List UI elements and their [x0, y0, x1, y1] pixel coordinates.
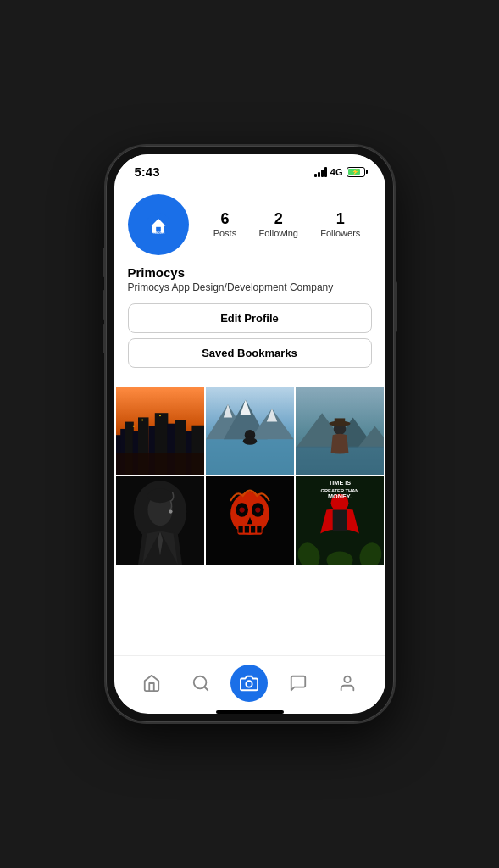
signal-icon [314, 167, 327, 177]
saved-bookmarks-button[interactable]: Saved Bookmarks [128, 338, 372, 368]
nav-home[interactable] [133, 665, 170, 702]
profile-section: PRIMOCYS 6 Posts 2 Following [114, 184, 385, 387]
nav-camera[interactable] [230, 665, 268, 702]
battery-icon: ⚡ [347, 167, 365, 177]
nav-search[interactable] [182, 665, 219, 702]
followers-stat[interactable]: 1 Followers [320, 211, 360, 238]
bottom-nav [114, 655, 385, 707]
chat-icon [289, 674, 308, 693]
grid-item[interactable] [206, 476, 294, 565]
nav-messages[interactable] [280, 665, 317, 702]
grid-item[interactable] [116, 476, 204, 565]
svg-text:PRIMOCYS: PRIMOCYS [152, 231, 164, 235]
following-label: Following [258, 228, 297, 238]
posts-grid: TIME IS GREATER THAN MONEY. [114, 387, 385, 565]
svg-point-72 [344, 676, 350, 682]
svg-text:TIME IS: TIME IS [328, 479, 350, 487]
svg-point-20 [158, 415, 160, 416]
svg-point-43 [147, 489, 172, 504]
profile-bio: Primocys App Design/Development Company [128, 281, 372, 293]
search-icon [191, 674, 210, 693]
followers-label: Followers [320, 228, 360, 238]
following-count: 2 [274, 211, 283, 226]
svg-rect-31 [245, 436, 253, 442]
grid-item[interactable]: TIME IS GREATER THAN MONEY. [296, 476, 384, 565]
svg-point-58 [239, 507, 244, 512]
grid-item[interactable] [296, 387, 384, 475]
svg-rect-55 [244, 526, 248, 532]
home-icon [142, 674, 161, 693]
phone-frame: 5:43 4G ⚡ [106, 146, 394, 722]
avatar: PRIMOCYS [128, 194, 189, 255]
svg-text:MONEY.: MONEY. [328, 492, 352, 500]
grid-item[interactable] [116, 387, 204, 475]
svg-rect-62 [332, 510, 347, 531]
svg-point-59 [255, 507, 260, 512]
svg-point-19 [141, 419, 143, 420]
grid-item[interactable] [206, 387, 294, 475]
network-label: 4G [330, 167, 343, 177]
phone-screen: 5:43 4G ⚡ [114, 154, 385, 714]
svg-point-18 [132, 426, 134, 427]
status-time: 5:43 [135, 164, 160, 179]
svg-point-47 [169, 510, 172, 514]
avatar-logo-icon: PRIMOCYS [147, 213, 170, 236]
nav-profile[interactable] [329, 665, 366, 702]
svg-line-70 [204, 687, 208, 690]
svg-rect-56 [251, 526, 255, 532]
svg-rect-39 [334, 418, 344, 425]
posts-stat: 6 Posts [213, 211, 237, 238]
svg-point-71 [247, 681, 252, 687]
home-indicator [216, 710, 284, 714]
profile-header: PRIMOCYS 6 Posts 2 Following [128, 194, 372, 255]
user-icon [338, 674, 357, 693]
followers-count: 1 [336, 211, 345, 226]
posts-count: 6 [220, 211, 229, 226]
status-bar: 5:43 4G ⚡ [114, 154, 385, 184]
svg-rect-28 [206, 439, 294, 475]
svg-rect-57 [257, 526, 261, 532]
camera-icon [240, 674, 258, 693]
status-icons: 4G ⚡ [314, 167, 365, 177]
svg-rect-17 [116, 453, 204, 475]
following-stat[interactable]: 2 Following [258, 211, 297, 238]
posts-label: Posts [213, 228, 237, 238]
profile-buttons: Edit Profile Saved Bookmarks [128, 303, 372, 368]
svg-rect-54 [238, 526, 242, 532]
edit-profile-button[interactable]: Edit Profile [128, 303, 372, 333]
profile-name: Primocys [128, 265, 372, 280]
stats-row: 6 Posts 2 Following 1 Followers [202, 211, 372, 238]
main-content: PRIMOCYS 6 Posts 2 Following [114, 184, 385, 655]
